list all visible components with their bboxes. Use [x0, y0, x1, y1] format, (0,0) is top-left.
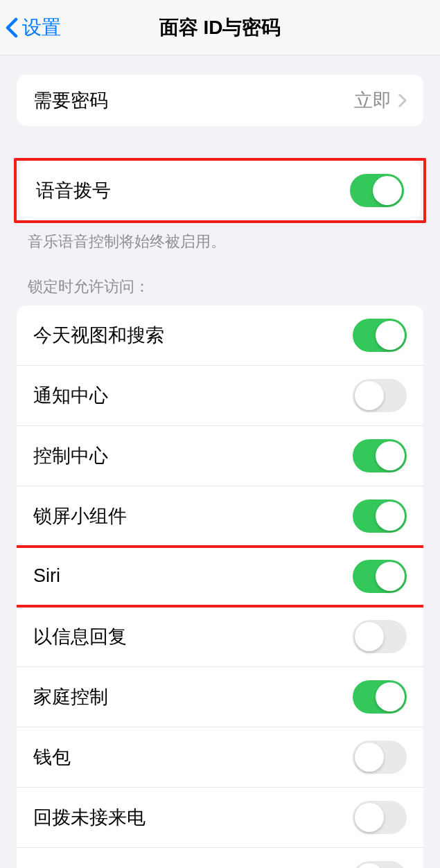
lock-access-toggle[interactable] [353, 861, 407, 868]
lock-access-toggle[interactable] [353, 439, 407, 472]
require-passcode-label: 需要密码 [33, 88, 354, 113]
lock-access-toggle[interactable] [353, 620, 407, 653]
toggle-knob [355, 803, 384, 832]
toggle-knob [376, 441, 405, 470]
lock-access-toggle[interactable] [353, 741, 407, 774]
toggle-knob [376, 321, 405, 350]
lock-access-toggle[interactable] [353, 499, 407, 533]
lock-access-toggle[interactable] [353, 379, 407, 412]
lock-access-row: Siri [17, 547, 423, 607]
back-button[interactable]: 设置 [6, 15, 61, 41]
lock-access-label: USB配件 [33, 865, 353, 868]
require-passcode-group: 需要密码 立即 [17, 75, 423, 126]
lock-access-row: 锁屏小组件 [17, 486, 423, 547]
lock-access-row: 今天视图和搜索 [17, 305, 423, 366]
voice-dial-highlight: 语音拨号 [14, 158, 426, 223]
voice-dial-footer: 音乐语音控制将始终被启用。 [0, 223, 440, 253]
lock-access-row: 钱包 [17, 727, 423, 788]
lock-access-toggle[interactable] [353, 319, 407, 352]
lock-access-toggle[interactable] [353, 680, 407, 714]
lock-access-label: 以信息回复 [33, 624, 353, 649]
lock-access-label: Siri [33, 565, 353, 587]
chevron-left-icon [6, 17, 18, 38]
lock-access-row: 家庭控制 [17, 667, 423, 727]
lock-access-toggle[interactable] [353, 560, 407, 593]
toggle-knob [355, 622, 384, 651]
toggle-knob [373, 176, 402, 205]
lock-access-label: 钱包 [33, 745, 353, 770]
chevron-right-icon [398, 94, 407, 107]
page-title: 面容 ID与密码 [0, 15, 440, 41]
lock-access-label: 今天视图和搜索 [33, 323, 353, 348]
lock-access-group: 今天视图和搜索通知中心控制中心锁屏小组件Siri以信息回复家庭控制钱包回拨未接来… [17, 305, 423, 868]
require-passcode-value: 立即 [354, 88, 391, 113]
lock-access-label: 锁屏小组件 [33, 504, 353, 529]
lock-access-header: 锁定时允许访问： [0, 276, 440, 305]
lock-access-label: 通知中心 [33, 383, 353, 408]
lock-access-label: 控制中心 [33, 443, 353, 468]
lock-access-label: 家庭控制 [33, 684, 353, 709]
lock-access-label: 回拨未接来电 [33, 805, 353, 830]
toggle-knob [376, 502, 405, 531]
toggle-knob [355, 863, 384, 868]
toggle-knob [355, 381, 384, 410]
nav-header: 设置 面容 ID与密码 [0, 0, 440, 55]
voice-dial-label: 语音拨号 [36, 178, 350, 203]
voice-dial-toggle[interactable] [350, 174, 404, 207]
lock-access-row: 回拨未接来电 [17, 788, 423, 848]
back-label: 设置 [22, 15, 61, 41]
voice-dial-row: 语音拨号 [19, 161, 421, 220]
toggle-knob [355, 743, 384, 772]
toggle-knob [376, 562, 405, 591]
toggle-knob [376, 682, 405, 711]
lock-access-toggle[interactable] [353, 801, 407, 834]
require-passcode-row[interactable]: 需要密码 立即 [17, 75, 423, 126]
lock-access-row: 以信息回复 [17, 607, 423, 667]
lock-access-row: 通知中心 [17, 366, 423, 426]
lock-access-row: USB配件 [17, 848, 423, 868]
lock-access-row: 控制中心 [17, 426, 423, 486]
